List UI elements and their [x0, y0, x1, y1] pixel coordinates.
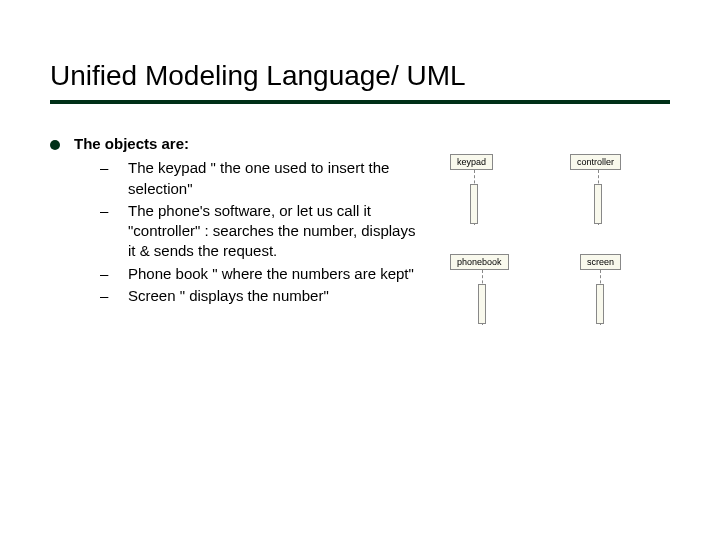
bullet-lead: The objects are: [50, 134, 420, 154]
item-text: Screen " displays the number" [128, 286, 420, 306]
activation-bar [470, 184, 478, 224]
diagram-object-phonebook: phonebook [450, 254, 509, 270]
lead-text: The objects are: [74, 134, 189, 154]
dash-icon: – [100, 264, 110, 284]
dash-icon: – [100, 158, 110, 199]
list-item: – Phone book " where the numbers are kep… [100, 264, 420, 284]
list-item: – Screen " displays the number" [100, 286, 420, 306]
text-column: The objects are: – The keypad " the one … [50, 134, 420, 308]
item-text: The phone's software, or let us call it … [128, 201, 420, 262]
activation-bar [594, 184, 602, 224]
content-area: The objects are: – The keypad " the one … [50, 134, 670, 308]
activation-bar [478, 284, 486, 324]
sequence-diagram: keypad controller phonebook screen [440, 134, 670, 308]
dash-icon: – [100, 201, 110, 262]
title-underline [50, 100, 670, 104]
list-item: – The phone's software, or let us call i… [100, 201, 420, 262]
slide: Unified Modeling Language/ UML The objec… [0, 0, 720, 348]
item-text: The keypad " the one used to insert the … [128, 158, 420, 199]
diagram-object-keypad: keypad [450, 154, 493, 170]
item-text: Phone book " where the numbers are kept" [128, 264, 420, 284]
slide-title: Unified Modeling Language/ UML [50, 60, 670, 92]
bullet-disc-icon [50, 140, 60, 150]
sub-list: – The keypad " the one used to insert th… [100, 158, 420, 306]
activation-bar [596, 284, 604, 324]
diagram-object-controller: controller [570, 154, 621, 170]
diagram-object-screen: screen [580, 254, 621, 270]
list-item: – The keypad " the one used to insert th… [100, 158, 420, 199]
dash-icon: – [100, 286, 110, 306]
